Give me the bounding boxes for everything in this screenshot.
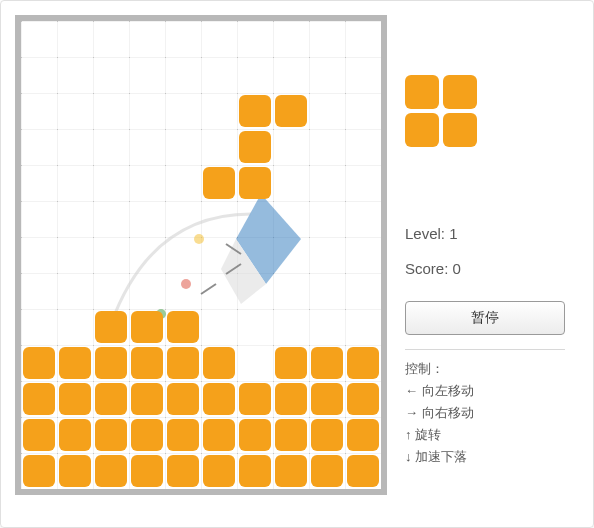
block-cell: [311, 419, 343, 451]
level-row: Level: 1: [405, 225, 577, 242]
block-cell: [167, 311, 199, 343]
block-cell: [239, 95, 271, 127]
block-cell: [95, 311, 127, 343]
block-cell: [131, 455, 163, 487]
block-cell: [239, 131, 271, 163]
block-cell: [239, 167, 271, 199]
side-panel: Level: 1 Score: 0 暂停 控制： ← 向左移动 → 向右移动 ↑…: [387, 15, 577, 513]
block-cell: [23, 347, 55, 379]
block-cell: [59, 455, 91, 487]
block-cell: [347, 347, 379, 379]
block-cell: [95, 383, 127, 415]
divider: [405, 349, 565, 350]
block-cell: [131, 419, 163, 451]
preview-cell: [443, 75, 477, 109]
block-cell: [311, 455, 343, 487]
score-row: Score: 0: [405, 260, 577, 277]
game-board[interactable]: [15, 15, 387, 495]
block-cell: [23, 419, 55, 451]
block-cell: [239, 419, 271, 451]
block-cell: [167, 347, 199, 379]
block-cell: [311, 383, 343, 415]
block-cell: [239, 455, 271, 487]
preview-cell: [405, 113, 439, 147]
block-cell: [347, 383, 379, 415]
board-cells-layer: [21, 21, 381, 489]
level-value: 1: [449, 225, 457, 242]
game-card: Level: 1 Score: 0 暂停 控制： ← 向左移动 → 向右移动 ↑…: [0, 0, 594, 528]
block-cell: [239, 383, 271, 415]
block-cell: [59, 419, 91, 451]
block-cell: [275, 347, 307, 379]
controls-rotate: ↑ 旋转: [405, 424, 577, 446]
controls-title: 控制：: [405, 358, 577, 380]
preview-cell: [443, 113, 477, 147]
block-cell: [167, 383, 199, 415]
stats-block: Level: 1 Score: 0: [405, 225, 577, 295]
block-cell: [203, 455, 235, 487]
pause-button[interactable]: 暂停: [405, 301, 565, 335]
block-cell: [131, 347, 163, 379]
score-label: Score:: [405, 260, 448, 277]
block-cell: [131, 311, 163, 343]
block-cell: [95, 455, 127, 487]
block-cell: [203, 419, 235, 451]
block-cell: [275, 95, 307, 127]
block-cell: [59, 383, 91, 415]
controls-help: 控制： ← 向左移动 → 向右移动 ↑ 旋转 ↓ 加速下落: [405, 358, 577, 468]
block-cell: [23, 383, 55, 415]
block-cell: [203, 383, 235, 415]
block-cell: [275, 383, 307, 415]
controls-left: ← 向左移动: [405, 380, 577, 402]
block-cell: [275, 455, 307, 487]
block-cell: [275, 419, 307, 451]
controls-right: → 向右移动: [405, 402, 577, 424]
block-cell: [95, 419, 127, 451]
block-cell: [347, 419, 379, 451]
block-cell: [167, 419, 199, 451]
next-piece-preview: [405, 75, 485, 155]
preview-cell: [405, 75, 439, 109]
block-cell: [203, 167, 235, 199]
block-cell: [131, 383, 163, 415]
block-cell: [347, 455, 379, 487]
block-cell: [95, 347, 127, 379]
block-cell: [203, 347, 235, 379]
block-cell: [23, 455, 55, 487]
block-cell: [311, 347, 343, 379]
score-value: 0: [453, 260, 461, 277]
level-label: Level:: [405, 225, 445, 242]
block-cell: [59, 347, 91, 379]
controls-drop: ↓ 加速下落: [405, 446, 577, 468]
block-cell: [167, 455, 199, 487]
